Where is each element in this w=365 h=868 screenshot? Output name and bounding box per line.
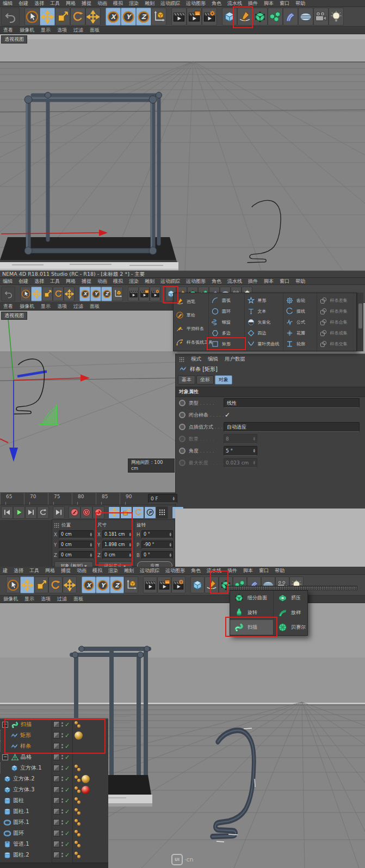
transport-button[interactable]	[13, 506, 25, 519]
menu-item[interactable]: 窗口	[280, 278, 289, 285]
transport-button[interactable]	[156, 506, 168, 519]
enabled-check-icon[interactable]: ✓	[65, 776, 70, 783]
spinner-arrows-icon[interactable]: ▲▼	[253, 461, 255, 465]
transport-button[interactable]	[81, 506, 92, 519]
size-y-field[interactable]: 1.898 cm▲▼	[102, 541, 133, 549]
toolbar-button[interactable]	[1, 287, 15, 301]
generator-menu-item[interactable]: 挤压	[274, 591, 307, 605]
toolbar-button[interactable]	[151, 8, 166, 26]
flyout-item[interactable]: 样条或集	[317, 327, 356, 338]
viewport-menu-item[interactable]: 查看	[3, 27, 13, 34]
object-row[interactable]: − 立方体.1 ✓	[0, 762, 108, 773]
object-row[interactable]: − 立方体.3 ✓	[0, 784, 108, 795]
layer-swatch-icon[interactable]	[53, 776, 60, 782]
menu-item[interactable]: 建	[3, 567, 8, 574]
expand-toggle-icon[interactable]: −	[2, 754, 8, 760]
toolbar-button[interactable]	[171, 576, 185, 593]
menu-item[interactable]: 帮助	[295, 0, 305, 7]
viewport-menu-item[interactable]: 显示	[24, 596, 34, 603]
toolbar-button[interactable]	[124, 576, 138, 593]
flyout-item[interactable]: 公式	[283, 317, 317, 327]
enabled-check-icon[interactable]: ✓	[65, 797, 70, 804]
flyout-item[interactable]: 文本	[245, 306, 283, 317]
object-name[interactable]: 立方体.2	[13, 775, 35, 783]
toolbar-button[interactable]	[1, 8, 20, 26]
toolbar-button[interactable]	[237, 8, 252, 26]
generator-menu-item[interactable]: 扫描	[230, 620, 273, 635]
rotation-p-field[interactable]: -90 °▲▼	[141, 541, 173, 549]
flyout-item[interactable]: 齿轮	[283, 295, 317, 306]
position-z-field[interactable]: 0 cm▲▼	[59, 551, 94, 559]
visibility-dots-icon[interactable]	[61, 798, 63, 803]
flyout-item[interactable]: 星形	[245, 295, 283, 306]
toolbar-button[interactable]	[222, 8, 237, 26]
keyframe-bullet-icon[interactable]	[179, 424, 185, 430]
menu-item[interactable]: 运动图形	[165, 567, 185, 574]
toolbar-button[interactable]	[171, 8, 187, 26]
object-row[interactable]: − 矩形 ✓	[0, 730, 108, 741]
object-row[interactable]: − 晶格 ✓	[0, 752, 108, 762]
attribute-menu-item[interactable]: 编辑	[208, 356, 218, 363]
toolbar-button[interactable]	[42, 287, 53, 301]
toolbar-button[interactable]	[283, 8, 298, 26]
generator-menu-item[interactable]: 细分曲面	[230, 591, 273, 605]
toolbar-button[interactable]	[6, 576, 20, 593]
attribute-row[interactable]: 闭合样条 ▲▼ ✓	[176, 409, 365, 421]
enabled-check-icon[interactable]: ✓	[65, 732, 70, 739]
menu-item[interactable]: 选择	[34, 0, 44, 7]
menu-item[interactable]: 雕刻	[124, 567, 134, 574]
tag-dots-icon[interactable]	[75, 830, 81, 837]
viewport-menu-item[interactable]: 选项	[41, 596, 51, 603]
object-name[interactable]: 立方体.1	[20, 764, 42, 772]
menu-item[interactable]: 运动跟踪	[160, 278, 180, 285]
keyframe-bullet-icon[interactable]	[179, 436, 185, 442]
toolbar-button[interactable]	[64, 287, 75, 301]
layer-swatch-icon[interactable]	[53, 819, 60, 826]
flyout-scrollbar[interactable]	[357, 293, 363, 351]
viewport-menu-item[interactable]: 面板	[90, 303, 100, 310]
generator-menu-item[interactable]: 放样	[274, 605, 307, 620]
viewport-menu-item[interactable]: 显示	[41, 303, 51, 310]
spinner-arrows-icon[interactable]: ▲▼	[173, 497, 175, 501]
menu-item[interactable]: 窗口	[280, 0, 289, 7]
attribute-tab[interactable]: 坐标	[196, 375, 214, 385]
object-name[interactable]: 样条	[20, 742, 31, 750]
attribute-spinner[interactable]: 5 °▲▼	[224, 446, 257, 456]
layer-swatch-icon[interactable]	[53, 852, 60, 858]
layer-swatch-icon[interactable]	[53, 743, 60, 749]
tag-dots-icon[interactable]	[75, 819, 81, 826]
tag-dots-icon[interactable]	[75, 765, 81, 772]
transport-button[interactable]: P	[144, 506, 156, 519]
size-z-field[interactable]: 0 cm▲▼	[102, 551, 133, 559]
toolbar-button[interactable]	[48, 576, 63, 593]
attribute-spinner[interactable]: 0.023 cm▲▼	[224, 458, 257, 468]
layer-swatch-icon[interactable]	[53, 721, 60, 728]
keyframe-bullet-icon[interactable]	[179, 400, 185, 406]
transport-button[interactable]	[25, 506, 37, 519]
expand-toggle-icon[interactable]: −	[2, 722, 8, 728]
visibility-dots-icon[interactable]	[61, 733, 63, 737]
generator-menu-item[interactable]: 旋转	[230, 605, 273, 620]
toolbar-button[interactable]	[143, 576, 157, 593]
panel-grip-icon[interactable]	[179, 357, 184, 362]
toolbar-button[interactable]: X	[82, 576, 96, 593]
object-name[interactable]: 管道.1	[13, 840, 29, 848]
visibility-dots-icon[interactable]	[61, 853, 63, 857]
enabled-check-icon[interactable]: ✓	[65, 754, 70, 761]
checkbox-checked-icon[interactable]: ✓	[225, 411, 230, 419]
flyout-item[interactable]: 样条并集	[317, 306, 356, 317]
object-name[interactable]: 立方体.3	[13, 786, 35, 793]
attribute-row[interactable]: 角度 5 ° 5 °▲▼ ✓	[176, 445, 365, 457]
viewport-menu-item[interactable]: 选项	[57, 303, 67, 310]
tag-dots-icon[interactable]	[75, 776, 81, 783]
object-row[interactable]: − 样条 ✓	[0, 741, 108, 752]
object-name[interactable]: 扫描	[21, 721, 32, 728]
toolbar-button[interactable]	[329, 8, 344, 26]
toolbar-button[interactable]: Y	[121, 8, 136, 26]
menu-item[interactable]: 运动图形	[186, 278, 206, 285]
menu-item[interactable]: 工具	[50, 0, 60, 7]
layer-swatch-icon[interactable]	[53, 754, 60, 760]
enabled-check-icon[interactable]: ✓	[65, 743, 70, 750]
enabled-check-icon[interactable]: ✓	[65, 786, 70, 793]
flyout-item[interactable]: 矩形	[209, 338, 244, 349]
